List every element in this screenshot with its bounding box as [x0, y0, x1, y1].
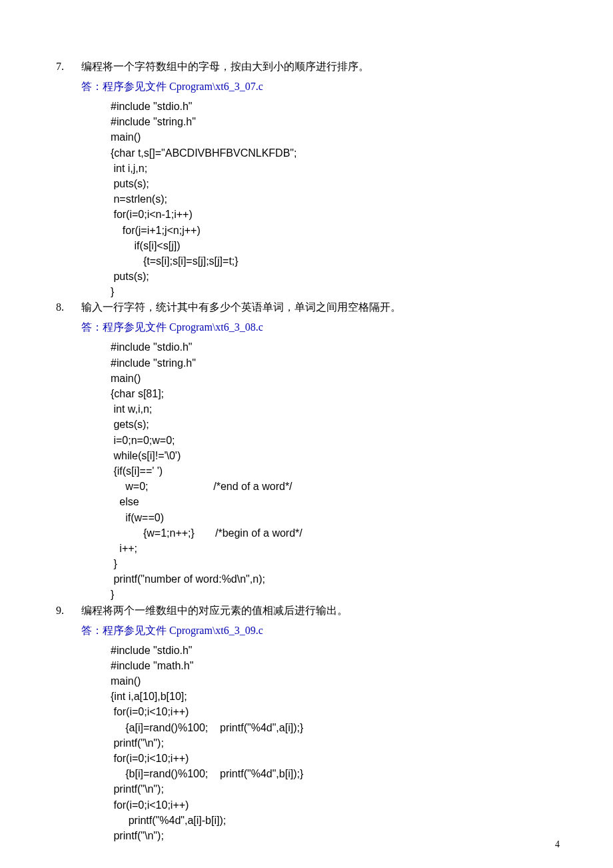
code-block: #include "stdio.h" #include "string.h" m… — [111, 99, 560, 299]
question-body: 编程将两个一维数组中的对应元素的值相减后进行输出。 答：程序参见文件 Cprog… — [81, 603, 560, 843]
question-number: 8. — [53, 299, 81, 315]
question-text: 输入一行字符，统计其中有多少个英语单词，单词之间用空格隔开。 — [81, 299, 560, 315]
code-block: #include "stdio.h" #include "string.h" m… — [111, 339, 560, 602]
answer-line: 答：程序参见文件 Cprogram\xt6_3_07.c — [81, 79, 560, 95]
question-text: 编程将两个一维数组中的对应元素的值相减后进行输出。 — [81, 603, 560, 619]
answer-file: Cprogram\xt6_3_07.c — [169, 81, 263, 92]
answer-file: Cprogram\xt6_3_08.c — [169, 321, 263, 333]
question-text: 编程将一个字符数组中的字母，按由大到小的顺序进行排序。 — [81, 59, 560, 75]
answer-prefix: 答：程序参见文件 — [81, 625, 169, 636]
answer-prefix: 答：程序参见文件 — [81, 81, 169, 92]
question-item: 9. 编程将两个一维数组中的对应元素的值相减后进行输出。 答：程序参见文件 Cp… — [53, 603, 560, 843]
answer-line: 答：程序参见文件 Cprogram\xt6_3_09.c — [81, 623, 560, 639]
question-body: 编程将一个字符数组中的字母，按由大到小的顺序进行排序。 答：程序参见文件 Cpr… — [81, 59, 560, 299]
code-block: #include "stdio.h" #include "math.h" mai… — [111, 643, 560, 843]
question-number: 7. — [53, 59, 81, 75]
question-number: 9. — [53, 603, 81, 619]
question-body: 输入一行字符，统计其中有多少个英语单词，单词之间用空格隔开。 答：程序参见文件 … — [81, 299, 560, 602]
answer-file: Cprogram\xt6_3_09.c — [169, 625, 263, 636]
answer-prefix: 答：程序参见文件 — [81, 321, 169, 333]
document-page: 7. 编程将一个字符数组中的字母，按由大到小的顺序进行排序。 答：程序参见文件 … — [0, 0, 613, 868]
page-number: 4 — [555, 837, 560, 851]
question-item: 8. 输入一行字符，统计其中有多少个英语单词，单词之间用空格隔开。 答：程序参见… — [53, 299, 560, 602]
answer-line: 答：程序参见文件 Cprogram\xt6_3_08.c — [81, 319, 560, 335]
question-item: 7. 编程将一个字符数组中的字母，按由大到小的顺序进行排序。 答：程序参见文件 … — [53, 59, 560, 299]
